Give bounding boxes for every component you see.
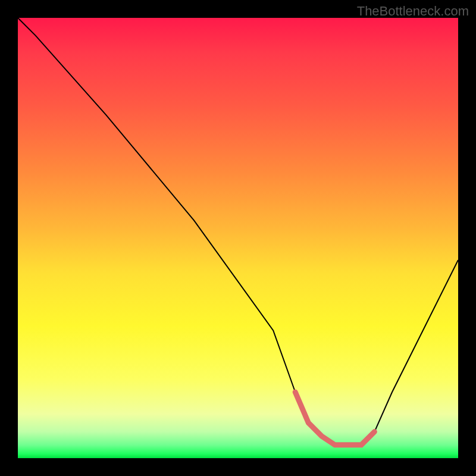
curve-overlay (18, 18, 458, 458)
main-curve-path (18, 18, 458, 445)
highlight-curve-path (295, 392, 374, 445)
watermark-text: TheBottleneck.com (357, 4, 469, 19)
chart-container: TheBottleneck.com (0, 0, 476, 476)
plot-area (18, 18, 458, 458)
